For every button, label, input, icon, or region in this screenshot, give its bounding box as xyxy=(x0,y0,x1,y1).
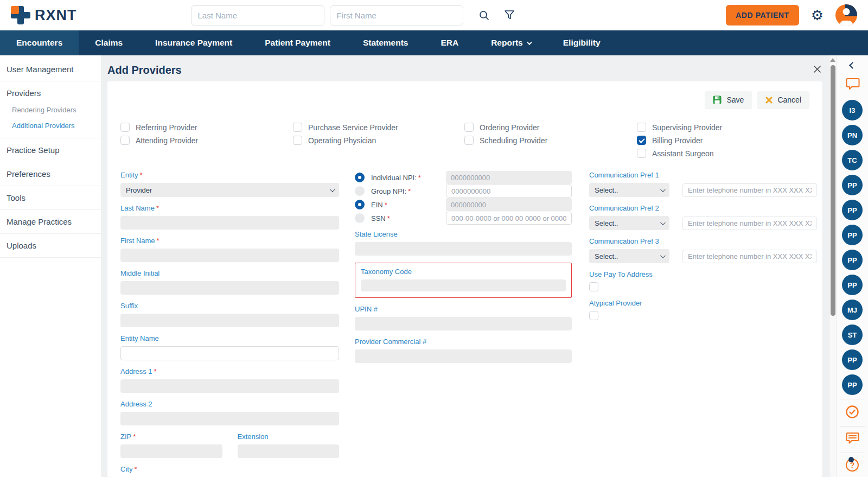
close-icon[interactable] xyxy=(813,65,821,75)
help-icon[interactable]: ? xyxy=(846,456,859,474)
nav-patient-payment[interactable]: Patient Payment xyxy=(248,30,347,55)
nav-era[interactable]: ERA xyxy=(424,30,475,55)
sidebar-item-preferences[interactable]: Preferences xyxy=(0,162,101,186)
search-icon[interactable] xyxy=(478,10,490,21)
provider-commercial-input[interactable] xyxy=(355,349,572,363)
practice-badge[interactable]: TC xyxy=(842,150,863,170)
nav-eligibility[interactable]: Eligibility xyxy=(547,30,617,55)
comm-pref-3-phone-input[interactable] xyxy=(682,250,817,263)
sidebar-item-uploads[interactable]: Uploads xyxy=(0,234,101,258)
practice-badge[interactable]: PP xyxy=(842,225,863,245)
address1-input[interactable] xyxy=(120,379,339,393)
checkbox[interactable] xyxy=(120,136,130,145)
checkbox[interactable] xyxy=(293,136,302,145)
taxonomy-code-input[interactable] xyxy=(361,279,566,291)
filter-icon[interactable] xyxy=(504,10,515,21)
scroll-up-arrow[interactable] xyxy=(830,58,835,62)
sidebar-item-tools[interactable]: Tools xyxy=(0,186,101,210)
nav-encounters[interactable]: Encounters xyxy=(0,30,79,55)
divider xyxy=(840,399,865,399)
check-circle-icon[interactable] xyxy=(845,402,859,423)
checkbox-referring-provider[interactable]: Referring Provider xyxy=(120,123,293,132)
sidebar-item-manage-practices[interactable]: Manage Practices xyxy=(0,210,101,234)
practice-badge[interactable]: PP xyxy=(842,275,863,295)
practice-badge[interactable]: PP xyxy=(842,349,863,370)
sidebar-item-additional-providers[interactable]: Additional Providers xyxy=(0,118,101,133)
chat-bubble-icon[interactable] xyxy=(845,78,860,93)
gear-icon[interactable] xyxy=(811,8,824,22)
checkbox-billing-provider[interactable]: Billing Provider xyxy=(637,136,817,145)
rxnt-logo[interactable]: RXNT xyxy=(11,6,77,24)
radio-group-npi[interactable] xyxy=(355,186,365,196)
use-pay-to-address-checkbox[interactable] xyxy=(589,282,598,291)
user-avatar[interactable] xyxy=(835,4,857,26)
feedback-chat-icon[interactable] xyxy=(845,429,860,450)
cancel-button[interactable]: Cancel xyxy=(757,91,809,109)
entity-name-input[interactable] xyxy=(120,346,339,360)
practice-badge[interactable]: MJ xyxy=(842,300,863,320)
nav-claims[interactable]: Claims xyxy=(79,30,139,55)
radio-ein-selected[interactable] xyxy=(355,200,365,209)
extension-input[interactable] xyxy=(238,444,340,458)
checkbox[interactable] xyxy=(293,123,302,132)
practice-badge[interactable]: PN xyxy=(842,125,863,145)
sidebar-item-practice-setup[interactable]: Practice Setup xyxy=(0,138,101,162)
ssn-input[interactable] xyxy=(446,212,572,225)
ein-input[interactable] xyxy=(446,198,572,211)
comm-pref-1-phone-input[interactable] xyxy=(682,183,817,197)
sidebar-item-rendering-providers[interactable]: Rendering Providers xyxy=(0,102,101,118)
last-name-search-input[interactable] xyxy=(191,5,324,26)
zip-input[interactable] xyxy=(120,444,222,458)
sidebar-item-providers[interactable]: Providers xyxy=(0,81,101,102)
checkbox[interactable] xyxy=(637,149,646,158)
group-npi-input[interactable] xyxy=(446,185,572,198)
field-address2: Address 2 xyxy=(120,400,339,425)
nav-reports[interactable]: Reports xyxy=(475,30,547,55)
individual-npi-input[interactable] xyxy=(446,171,572,184)
practice-badge[interactable]: PP xyxy=(842,175,863,195)
practice-badge[interactable]: PP xyxy=(842,250,863,270)
nav-insurance-payment[interactable]: Insurance Payment xyxy=(139,30,248,55)
checkbox-checked[interactable] xyxy=(637,136,646,145)
nav-statements[interactable]: Statements xyxy=(347,30,425,55)
comm-pref-2-phone-input[interactable] xyxy=(682,217,817,230)
address2-input[interactable] xyxy=(120,412,339,425)
checkbox-ordering-provider[interactable]: Ordering Provider xyxy=(464,123,637,132)
add-patient-button[interactable]: ADD PATIENT xyxy=(726,5,799,26)
checkbox-purchase-service-provider[interactable]: Purchase Service Provider xyxy=(293,123,464,132)
comm-pref-2-select[interactable]: Select.. xyxy=(589,216,669,230)
upin-input[interactable] xyxy=(355,317,572,330)
checkbox-supervising-provider[interactable]: Supervising Provider xyxy=(637,123,817,132)
patient-search xyxy=(191,5,515,26)
checkbox[interactable] xyxy=(464,136,474,145)
practice-badge[interactable]: ST xyxy=(842,325,863,345)
last-name-input[interactable] xyxy=(120,216,339,230)
checkbox-attending-provider[interactable]: Attending Provider xyxy=(120,136,293,145)
radio-ssn[interactable] xyxy=(355,213,365,223)
comm-pref-3-select[interactable]: Select.. xyxy=(589,249,669,263)
atypical-provider-checkbox[interactable] xyxy=(589,311,598,320)
checkbox-assistant-surgeon[interactable]: Assistant Surgeon xyxy=(637,149,817,158)
checkbox-scheduling-provider[interactable]: Scheduling Provider xyxy=(464,136,637,145)
state-license-input[interactable] xyxy=(355,242,572,256)
checkbox[interactable] xyxy=(637,123,646,132)
suffix-input[interactable] xyxy=(120,314,339,327)
practice-badge[interactable]: PP xyxy=(842,374,863,395)
comm-pref-1-select[interactable]: Select.. xyxy=(589,183,669,197)
practice-badge[interactable]: I3 xyxy=(842,100,863,120)
sidebar-item-user-management[interactable]: User Management xyxy=(0,58,101,81)
vertical-scrollbar[interactable] xyxy=(829,55,837,477)
practice-badge[interactable]: PP xyxy=(842,200,863,220)
middle-initial-input[interactable] xyxy=(120,281,339,295)
entity-select[interactable]: Provider xyxy=(120,183,339,197)
first-name-input[interactable] xyxy=(120,249,339,262)
first-name-search-input[interactable] xyxy=(330,5,463,26)
checkbox[interactable] xyxy=(120,123,130,132)
scrollbar-thumb[interactable] xyxy=(831,65,835,316)
radio-individual-npi-selected[interactable] xyxy=(355,173,365,182)
collapse-rail-button[interactable] xyxy=(850,63,855,68)
provider-type-checkboxes: Referring Provider Attending Provider Pu… xyxy=(120,123,817,158)
checkbox-operating-physician[interactable]: Operating Physician xyxy=(293,136,464,145)
checkbox[interactable] xyxy=(464,123,474,132)
save-button[interactable]: Save xyxy=(705,91,752,109)
